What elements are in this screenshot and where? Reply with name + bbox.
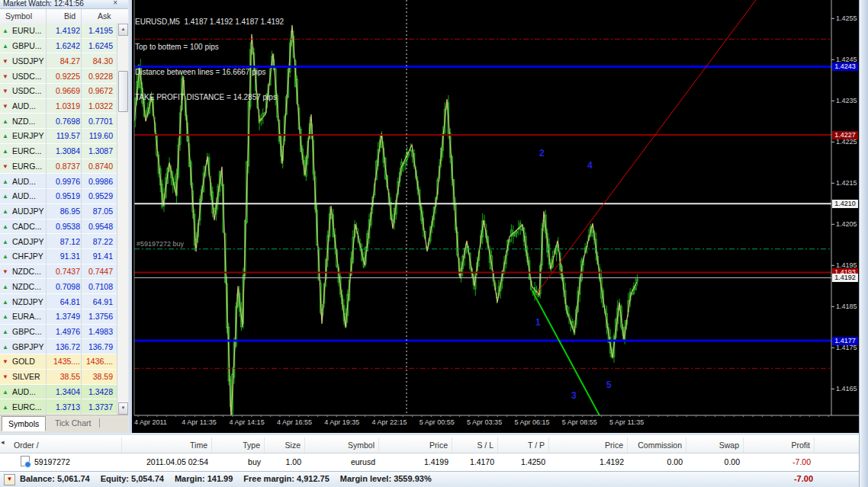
symbol-row-usdc[interactable]: ▼USDC...0.92250.9228: [0, 69, 117, 84]
column-divider: [81, 9, 82, 415]
symbol-row-nzd[interactable]: ▲NZD...0.76980.7701: [0, 114, 117, 129]
symbol-row-aud[interactable]: ▲AUD...0.99760.9986: [0, 174, 117, 189]
symbol-row-eurjpy[interactable]: ▲EURJPY119.57119.60: [0, 129, 117, 144]
order-table-row[interactable]: 591972722011.04.05 02:54buy1.00eurusd1.4…: [0, 453, 859, 469]
column-header-commission[interactable]: Commission: [628, 437, 686, 453]
symbol-row-eura[interactable]: ▲EURA...1.37491.3756: [0, 309, 117, 325]
ask-value: 119.60: [89, 131, 113, 140]
order-table-header: Order /TimeTypeSizeSymbolPriceS / LT / P…: [0, 437, 859, 453]
bid-value: 1.4192: [56, 26, 80, 35]
bid-value: 0.9519: [56, 191, 80, 200]
time-axis[interactable]: 4 Apr 20114 Apr 11:354 Apr 14:154 Apr 16…: [132, 416, 831, 433]
bid-value: 1.3404: [56, 387, 80, 396]
ask-value: 84.30: [93, 56, 113, 66]
indicator-comment-2: Distance between lines = 16.6667 pips: [135, 68, 284, 76]
close-icon[interactable]: ×: [113, 0, 117, 7]
order-cell: 1.4250: [498, 454, 549, 469]
symbol-row-cadc[interactable]: ▲CADC...0.95380.9548: [0, 219, 117, 235]
symbol-row-nzdc[interactable]: ▲NZDC...0.70980.7108: [0, 279, 117, 294]
market-watch-header[interactable]: Symbol Bid Ask: [0, 9, 128, 24]
time-tick-label: 4 Apr 19:35: [324, 418, 359, 426]
symbol-row-usdc[interactable]: ▼USDC...0.96690.9672: [0, 84, 117, 99]
symbol-name: CHFJPY: [12, 252, 43, 261]
bid-value: 0.8737: [56, 162, 80, 171]
symbol-row-aud[interactable]: ▲AUD...1.34041.3428: [0, 385, 117, 400]
tab-tick-chart[interactable]: Tick Chart: [49, 416, 97, 430]
order-number: 59197272: [0, 454, 122, 469]
column-header-swap[interactable]: Swap: [686, 437, 744, 453]
column-header-type[interactable]: Type: [212, 437, 265, 453]
indicator-comment-1: Top to bottem = 100 pips: [135, 43, 284, 51]
column-header-profit[interactable]: Profit: [744, 437, 815, 453]
column-header-price[interactable]: Price: [379, 437, 452, 453]
column-header-order[interactable]: Order /: [0, 437, 122, 453]
symbol-row-nzdc[interactable]: ▼NZDC...0.74370.7447: [0, 264, 117, 280]
price-tick-label: 1.4185: [836, 303, 857, 310]
symbol-name: EURJPY: [12, 131, 43, 140]
scroll-down-icon[interactable]: ▼: [118, 402, 128, 415]
scroll-up-icon[interactable]: ▲: [118, 24, 128, 36]
price-up-icon: ▲: [2, 388, 8, 395]
price-down-icon: ▼: [2, 162, 8, 169]
price-up-icon: ▲: [2, 133, 8, 139]
upper-blue-line-price-label: 1.4243: [832, 62, 858, 71]
ask-value: 0.7447: [88, 267, 113, 276]
ask-value: 64.91: [93, 297, 113, 306]
symbol-name: NZDC...: [12, 267, 41, 276]
symbol-row-cadjpy[interactable]: ▲CADJPY87.1287.22: [0, 234, 117, 249]
scrollbar-thumb[interactable]: [118, 71, 128, 112]
order-cell: 2011.04.05 02:54: [122, 454, 212, 469]
column-header-tp[interactable]: T / P: [498, 437, 549, 453]
symbol-row-gbpu[interactable]: ▲GBPU...1.62421.6245: [0, 39, 117, 54]
symbol-row-nzdjpy[interactable]: ▲NZDJPY64.8164.91: [0, 294, 117, 309]
bid-value: 1.6242: [56, 41, 80, 50]
price-up-icon: ▲: [2, 328, 8, 335]
column-header-price[interactable]: Price: [549, 437, 628, 453]
chart-panel[interactable]: EURUSD,M5 1.4187 1.4192 1.4187 1.4192 To…: [132, 0, 859, 433]
symbol-row-usdjpy[interactable]: ▼USDJPY84.2784.30: [0, 53, 117, 69]
time-tick-label: 5 Apr 08:55: [562, 418, 597, 426]
price-up-icon: ▲: [2, 117, 8, 124]
collapse-terminal-icon[interactable]: ◂: [1, 438, 5, 446]
wave-label-1: 1: [535, 317, 541, 328]
ask-value: 1.6245: [88, 41, 113, 50]
symbol-row-gbpjpy[interactable]: ▲GBPJPY136.72136.79: [0, 339, 117, 354]
symbol-name: EURG...: [12, 162, 42, 171]
market-watch-tabs: Symbols Tick Chart: [0, 415, 128, 434]
ask-value: 0.7108: [88, 282, 113, 291]
symbol-row-eurc[interactable]: ▲EURC...1.37131.3737: [0, 399, 117, 415]
symbol-row-eurc[interactable]: ▲EURC...1.30841.3087: [0, 144, 117, 159]
price-up-icon: ▲: [2, 178, 8, 184]
tab-symbols[interactable]: Symbols: [2, 416, 46, 431]
bid-value: 1.3084: [56, 146, 80, 155]
symbol-row-audjpy[interactable]: ▲AUDJPY86.9587.05: [0, 204, 117, 219]
symbol-row-gbpc[interactable]: ▲GBPC...1.49761.4983: [0, 325, 117, 340]
price-up-icon: ▲: [2, 208, 8, 215]
price-tick-label: 1.4225: [836, 138, 857, 146]
market-watch-panel: Market Watch: 12:41:56 × Symbol Bid Ask …: [0, 0, 129, 433]
window-edge: [859, 0, 868, 487]
market-watch-scrollbar[interactable]: ▲ ▼: [117, 24, 128, 415]
symbol-row-gold[interactable]: ▼GOLD1435....1436....: [0, 354, 117, 370]
symbol-row-silver[interactable]: ▼SILVER38.5538.59: [0, 370, 117, 385]
symbol-row-chfjpy[interactable]: ▲CHFJPY91.3191.41: [0, 249, 117, 264]
symbol-row-eurg[interactable]: ▼EURG...0.87370.8740: [0, 159, 117, 175]
column-header-time[interactable]: Time: [122, 437, 212, 453]
tab-divider: [99, 418, 100, 428]
column-symbol[interactable]: Symbol: [5, 11, 32, 21]
ask-value: 0.8740: [88, 162, 113, 171]
symbol-row-aud[interactable]: ▼AUD...1.03191.0322: [0, 99, 117, 114]
column-header-size[interactable]: Size: [265, 437, 305, 453]
symbol-row-euru[interactable]: ▲EURU...1.41921.4195: [0, 24, 117, 39]
column-header-sl[interactable]: S / L: [452, 437, 498, 453]
market-watch-titlebar[interactable]: Market Watch: 12:41:56 ×: [0, 0, 128, 9]
column-header-symbol[interactable]: Symbol: [305, 437, 379, 453]
account-status-bar: ▼ Balance: 5,061.74Equity: 5,054.74Margi…: [0, 471, 859, 487]
price-up-icon: ▲: [2, 148, 8, 155]
column-ask[interactable]: Ask: [98, 11, 111, 21]
symbol-row-aud[interactable]: ▲AUD...0.95190.9529: [0, 189, 117, 204]
market-watch-title: Market Watch: 12:41:56: [3, 0, 84, 8]
price-axis[interactable]: 1.42551.42451.42351.42251.42151.42051.41…: [831, 0, 859, 433]
symbol-name: USDC...: [12, 72, 42, 81]
column-bid[interactable]: Bid: [64, 11, 76, 21]
